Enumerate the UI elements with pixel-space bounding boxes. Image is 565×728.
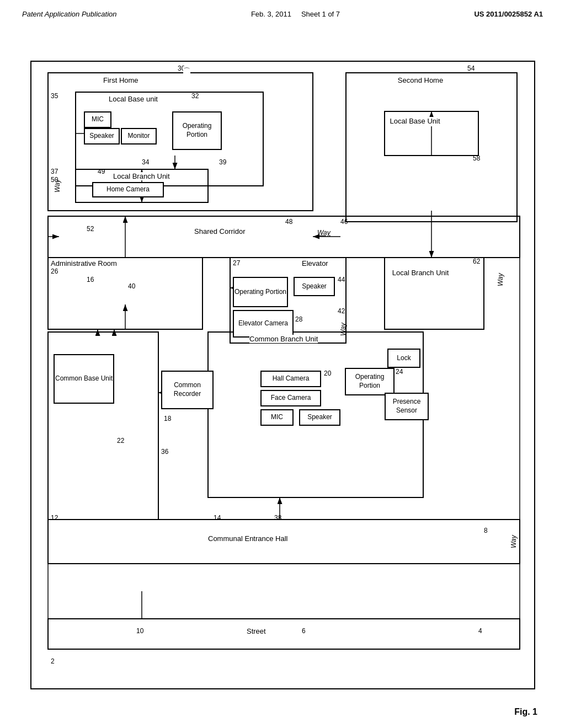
local-branch-unit-label: Local Branch Unit — [113, 172, 170, 180]
way-label-3: Way — [497, 260, 504, 299]
mic-box: MIC — [84, 111, 111, 128]
num-39: 39 — [219, 158, 226, 166]
elevator-label: Elevator — [302, 259, 328, 267]
common-recorder-box: Common Recorder — [161, 371, 214, 409]
bracket-30: ⌒ — [183, 66, 190, 76]
num-48: 48 — [285, 218, 292, 226]
num-54: 54 — [467, 65, 475, 72]
num-27: 27 — [233, 259, 240, 267]
num-44: 44 — [338, 276, 345, 283]
num-10: 10 — [136, 627, 143, 635]
monitor-box: Monitor — [121, 128, 157, 144]
num-18: 18 — [164, 415, 171, 422]
num-12: 12 — [51, 514, 58, 522]
publication-label: Patent Application Publication — [22, 10, 117, 18]
way-label-5: Way — [510, 525, 518, 558]
num-24: 24 — [396, 368, 403, 376]
num-35: 35 — [51, 92, 58, 100]
num-20: 20 — [324, 370, 331, 377]
operating-portion-box: Operating Portion — [172, 111, 222, 150]
page-header: Patent Application Publication Feb. 3, 2… — [0, 0, 565, 24]
second-home-label: Second Home — [385, 76, 456, 84]
way-label-1: Way — [54, 169, 61, 202]
local-base-unit2-label: Local Base Unit — [387, 117, 443, 126]
num-46: 46 — [340, 218, 348, 226]
first-home-label: First Home — [103, 76, 138, 84]
num-49: 49 — [98, 168, 105, 175]
num-58: 58 — [473, 154, 480, 162]
home-camera-box: Home Camera — [92, 182, 164, 197]
common-base-unit-box: Common Base Unit — [54, 354, 114, 404]
num-36: 36 — [161, 448, 168, 456]
num-8: 8 — [484, 527, 488, 534]
communal-entrance-label: Communal Entrance Hall — [208, 534, 288, 543]
svg-rect-4 — [346, 73, 517, 222]
num-2: 2 — [51, 657, 55, 665]
lock-box: Lock — [387, 349, 420, 368]
mic2-box: MIC — [260, 409, 294, 426]
num-28: 28 — [295, 315, 302, 323]
svg-rect-8 — [48, 258, 202, 329]
sheet-label: Sheet 1 of 7 — [301, 10, 340, 18]
date-sheet-label: Feb. 3, 2011 Sheet 1 of 7 — [251, 10, 340, 18]
speaker2-box: Speaker — [294, 277, 335, 296]
operating-portion3-box: Operating Portion — [345, 368, 395, 395]
num-22: 22 — [117, 437, 124, 445]
num-62: 62 — [473, 258, 480, 265]
num-26: 26 — [51, 267, 58, 275]
num-38: 38 — [274, 514, 281, 522]
speaker3-box: Speaker — [299, 409, 340, 426]
shared-corridor-label: Shared Corridor — [194, 227, 246, 235]
svg-rect-13 — [48, 619, 520, 649]
patent-number-label: US 2011/0025852 A1 — [474, 10, 543, 18]
fig-label: Fig. 1 — [514, 707, 537, 717]
num-4: 4 — [478, 627, 482, 635]
way-label-2: Way — [317, 229, 331, 237]
local-base-unit-label: Local Base unit — [109, 95, 158, 103]
operating-portion2-box: Operating Portion — [233, 277, 288, 307]
speaker-box: Speaker — [84, 128, 120, 144]
date-label: Feb. 3, 2011 — [251, 10, 291, 18]
admin-room-label: Administrative Room — [51, 259, 117, 267]
presence-sensor-box: Presence Sensor — [385, 393, 429, 420]
svg-rect-7 — [48, 216, 520, 258]
face-camera-box: Face Camera — [260, 390, 321, 406]
common-branch-unit-label: Common Branch Unit — [249, 335, 318, 343]
num-32: 32 — [191, 92, 199, 100]
elevator-camera-box: Elevator Camera — [233, 310, 294, 338]
num-14: 14 — [214, 514, 221, 522]
num-6: 6 — [302, 627, 306, 635]
street-label: Street — [247, 627, 266, 635]
num-16: 16 — [87, 276, 94, 283]
hall-camera-box: Hall Camera — [260, 371, 321, 387]
local-branch-unit2-label: Local Branch Unit — [387, 269, 454, 278]
num-52: 52 — [87, 225, 94, 233]
way-label-4: Way — [339, 313, 347, 346]
num-34: 34 — [142, 158, 149, 166]
num-40: 40 — [128, 282, 135, 290]
diagram-container: 30 ⌒ 54 First Home 35 Local Base unit 32… — [30, 61, 535, 689]
